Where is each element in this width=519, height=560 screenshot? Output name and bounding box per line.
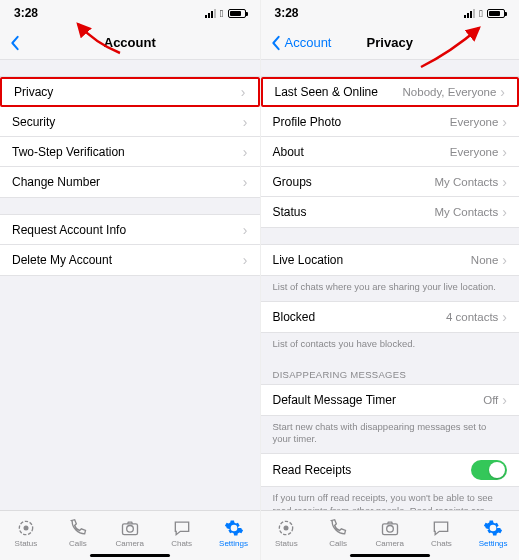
row-status[interactable]: Status My Contacts › — [261, 197, 520, 227]
read-receipts-toggle[interactable] — [471, 460, 507, 480]
privacy-group-live-location: Live Location None › — [261, 244, 520, 276]
nav-bar: Account Privacy — [261, 26, 520, 60]
svg-point-3 — [126, 525, 133, 532]
home-indicator — [350, 554, 430, 558]
cellular-icon — [205, 9, 216, 18]
tab-status[interactable]: Status — [3, 518, 49, 548]
row-two-step[interactable]: Two-Step Verification › — [0, 137, 260, 167]
status-time: 3:28 — [275, 6, 299, 20]
row-change-number[interactable]: Change Number › — [0, 167, 260, 197]
tab-chats[interactable]: Chats — [159, 518, 205, 548]
chevron-right-icon: › — [502, 115, 507, 129]
battery-icon — [228, 9, 246, 18]
svg-point-5 — [284, 525, 289, 530]
row-privacy[interactable]: Privacy › — [0, 77, 260, 107]
page-title: Account — [0, 35, 260, 50]
row-last-seen[interactable]: Last Seen & Online Nobody, Everyone › — [261, 77, 520, 107]
row-default-timer[interactable]: Default Message Timer Off › — [261, 385, 520, 415]
status-bar: 3:28 􀙇 — [261, 0, 520, 26]
settings-group-1: Privacy › Security › Two-Step Verificati… — [0, 76, 260, 198]
tab-bar: Status Calls Camera Chats Settings — [261, 510, 520, 560]
row-delete-account[interactable]: Delete My Account › — [0, 245, 260, 275]
chevron-right-icon: › — [502, 145, 507, 159]
chevron-right-icon: › — [502, 393, 507, 407]
privacy-settings-screen: 3:28 􀙇 Account Privacy Last Seen & Onlin… — [260, 0, 520, 560]
privacy-group-disappearing: Default Message Timer Off › — [261, 384, 520, 416]
tab-chats[interactable]: Chats — [418, 518, 464, 548]
row-about[interactable]: About Everyone › — [261, 137, 520, 167]
row-read-receipts: Read Receipts — [261, 454, 520, 486]
wifi-icon: 􀙇 — [220, 8, 224, 19]
chevron-right-icon: › — [243, 223, 248, 237]
chevron-right-icon: › — [243, 115, 248, 129]
tab-settings[interactable]: Settings — [470, 518, 516, 548]
disappearing-header: Disappearing Messages — [261, 359, 520, 384]
chevron-right-icon: › — [502, 205, 507, 219]
battery-icon — [487, 9, 505, 18]
tab-status[interactable]: Status — [263, 518, 309, 548]
tab-calls[interactable]: Calls — [315, 518, 361, 548]
chevron-right-icon: › — [502, 253, 507, 267]
content: Last Seen & Online Nobody, Everyone › Pr… — [261, 60, 520, 510]
read-receipts-footer: If you turn off read receipts, you won't… — [261, 487, 520, 510]
content: Privacy › Security › Two-Step Verificati… — [0, 60, 260, 510]
chevron-right-icon: › — [502, 310, 507, 324]
row-groups[interactable]: Groups My Contacts › — [261, 167, 520, 197]
status-bar: 3:28 􀙇 — [0, 0, 260, 26]
account-settings-screen: 3:28 􀙇 Account Privacy › Security › Two-… — [0, 0, 260, 560]
chevron-right-icon: › — [241, 85, 246, 99]
chevron-right-icon: › — [502, 175, 507, 189]
live-location-footer: List of chats where you are sharing your… — [261, 276, 520, 301]
tab-calls[interactable]: Calls — [55, 518, 101, 548]
chevron-right-icon: › — [243, 175, 248, 189]
tab-camera[interactable]: Camera — [107, 518, 153, 548]
chevron-right-icon: › — [243, 145, 248, 159]
row-blocked[interactable]: Blocked 4 contacts › — [261, 302, 520, 332]
home-indicator — [90, 554, 170, 558]
tab-bar: Status Calls Camera Chats Settings — [0, 510, 260, 560]
status-time: 3:28 — [14, 6, 38, 20]
row-profile-photo[interactable]: Profile Photo Everyone › — [261, 107, 520, 137]
privacy-group-read-receipts: Read Receipts — [261, 453, 520, 487]
chevron-right-icon: › — [243, 253, 248, 267]
wifi-icon: 􀙇 — [479, 8, 483, 19]
cellular-icon — [464, 9, 475, 18]
privacy-group-blocked: Blocked 4 contacts › — [261, 301, 520, 333]
back-button[interactable] — [8, 35, 24, 51]
row-request-account-info[interactable]: Request Account Info › — [0, 215, 260, 245]
chevron-left-icon — [8, 35, 22, 51]
default-timer-footer: Start new chats with disappearing messag… — [261, 416, 520, 454]
blocked-footer: List of contacts you have blocked. — [261, 333, 520, 358]
row-live-location[interactable]: Live Location None › — [261, 245, 520, 275]
svg-point-1 — [23, 525, 28, 530]
chevron-right-icon: › — [500, 85, 505, 99]
tab-camera[interactable]: Camera — [367, 518, 413, 548]
privacy-group-visibility: Last Seen & Online Nobody, Everyone › Pr… — [261, 76, 520, 228]
nav-bar: Account — [0, 26, 260, 60]
settings-group-2: Request Account Info › Delete My Account… — [0, 214, 260, 276]
chevron-left-icon — [269, 35, 283, 51]
tab-settings[interactable]: Settings — [211, 518, 257, 548]
row-security[interactable]: Security › — [0, 107, 260, 137]
back-button[interactable]: Account — [269, 35, 332, 51]
svg-point-7 — [386, 525, 393, 532]
